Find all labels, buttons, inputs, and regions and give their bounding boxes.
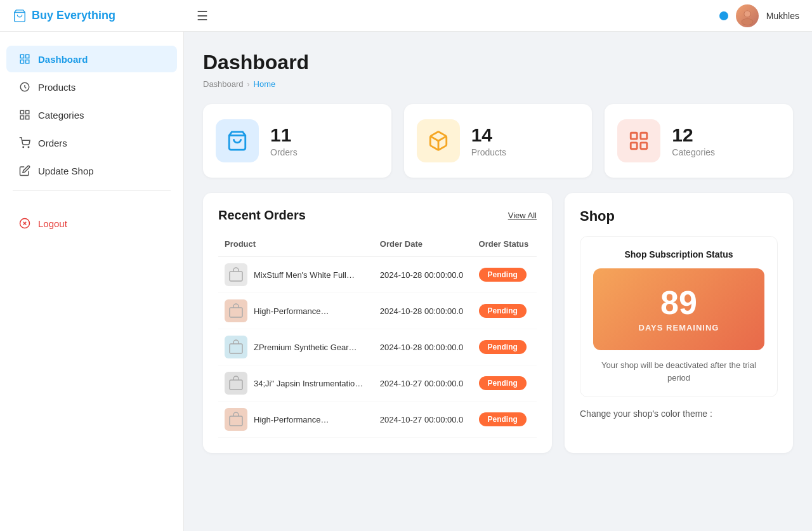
categories-count: 12 xyxy=(672,124,715,146)
col-date: Order Date xyxy=(374,234,473,257)
topnav: Buy Everything ☰ Mukhles xyxy=(0,0,812,32)
sidebar-label-orders: Orders xyxy=(38,138,67,148)
product-thumbnail xyxy=(225,263,247,286)
avatar[interactable] xyxy=(736,4,759,27)
product-cell: ZPremium Synthetic Gear… xyxy=(225,336,367,358)
sidebar-item-logout[interactable]: Logout xyxy=(6,210,177,237)
sidebar-label-update-shop: Update Shop xyxy=(38,166,94,176)
brand-name: Buy Everything xyxy=(32,9,115,22)
color-theme-label: Change your shop's color theme : xyxy=(580,409,778,419)
shop-panel: Shop Shop Subscription Status 89 DAYS RE… xyxy=(565,193,793,453)
product-cell: 34;Ji" Japsin Instrumentatio… xyxy=(225,372,367,395)
orders-label: Orders xyxy=(270,147,298,157)
col-product: Product xyxy=(218,234,374,257)
svg-rect-7 xyxy=(26,60,29,63)
table-row: High-Performance… 2024-10-28 00:00:00.0 … xyxy=(218,293,537,329)
cart-icon xyxy=(13,9,27,23)
subscription-status-label: Shop Subscription Status xyxy=(593,249,764,259)
view-all-link[interactable]: View All xyxy=(508,211,537,220)
days-number: 89 xyxy=(606,286,752,319)
svg-rect-22 xyxy=(631,143,638,149)
categories-icon xyxy=(19,109,30,121)
order-date: 2024-10-27 00:00:00.0 xyxy=(374,402,473,438)
svg-rect-10 xyxy=(26,110,29,114)
status-badge: Pending xyxy=(479,268,527,282)
logout-icon xyxy=(19,218,30,229)
product-thumbnail xyxy=(225,336,247,358)
sidebar-label-dashboard: Dashboard xyxy=(38,54,88,65)
orders-card-title: Recent Orders xyxy=(218,208,306,223)
order-date: 2024-10-28 00:00:00.0 xyxy=(374,257,473,293)
product-name: 34;Ji" Japsin Instrumentatio… xyxy=(254,379,363,388)
product-thumbnail xyxy=(225,408,247,431)
sidebar-label-logout: Logout xyxy=(38,218,67,229)
subscription-card: Shop Subscription Status 89 DAYS REMAINI… xyxy=(580,236,778,397)
days-label: DAYS REMAINING xyxy=(606,323,752,332)
layout: Dashboard Products Categories Orders Upd… xyxy=(0,32,812,531)
orders-stat-icon xyxy=(216,119,259,162)
sidebar-item-update-shop[interactable]: Update Shop xyxy=(6,157,177,184)
stat-card-orders: 11 Orders xyxy=(203,104,391,178)
svg-point-14 xyxy=(28,147,29,148)
orders-count: 11 xyxy=(270,124,298,146)
deactivate-note: Your shop will be deactivated after the … xyxy=(593,359,764,384)
product-name: ZPremium Synthetic Gear… xyxy=(254,343,357,352)
svg-rect-12 xyxy=(26,116,29,119)
main-content: Dashboard Dashboard › Home 11 Orders xyxy=(184,32,812,531)
svg-rect-23 xyxy=(641,143,647,149)
breadcrumb-root: Dashboard xyxy=(203,79,244,89)
product-name: High-Performance… xyxy=(254,415,329,424)
dashboard-icon xyxy=(19,53,30,65)
svg-rect-6 xyxy=(20,60,23,63)
product-name: High-Performance… xyxy=(254,306,329,316)
hamburger-button[interactable]: ☰ xyxy=(197,8,719,23)
page-title: Dashboard xyxy=(203,51,793,74)
bottom-section: Recent Orders View All Product Order Dat… xyxy=(203,193,793,453)
table-row: 34;Ji" Japsin Instrumentatio… 2024-10-27… xyxy=(218,365,537,402)
svg-rect-21 xyxy=(641,133,647,139)
svg-rect-25 xyxy=(230,308,242,317)
table-row: ZPremium Synthetic Gear… 2024-10-28 00:0… xyxy=(218,329,537,365)
stat-card-products: 14 Products xyxy=(404,104,593,178)
breadcrumb-separator: › xyxy=(247,80,250,89)
svg-rect-26 xyxy=(230,344,242,353)
days-remaining-box: 89 DAYS REMAINING xyxy=(593,268,764,350)
order-date: 2024-10-28 00:00:00.0 xyxy=(374,329,473,365)
col-status: Order Status xyxy=(473,234,537,257)
categories-stat-icon xyxy=(617,119,660,162)
svg-rect-4 xyxy=(20,55,23,58)
svg-point-2 xyxy=(744,11,750,16)
sidebar-item-dashboard[interactable]: Dashboard xyxy=(6,46,177,72)
order-status: Pending xyxy=(473,365,537,402)
svg-point-13 xyxy=(23,147,24,148)
status-indicator xyxy=(719,11,728,20)
breadcrumb: Dashboard › Home xyxy=(203,79,793,89)
sidebar-label-categories: Categories xyxy=(38,110,84,121)
stat-cards: 11 Orders 14 Products xyxy=(203,104,793,178)
orders-stat-info: 11 Orders xyxy=(270,124,298,157)
orders-table: Product Order Date Order Status MixSt xyxy=(218,234,537,438)
sidebar-item-categories[interactable]: Categories xyxy=(6,102,177,128)
order-date: 2024-10-28 00:00:00.0 xyxy=(374,293,473,329)
sidebar-item-orders[interactable]: Orders xyxy=(6,129,177,156)
product-cell: High-Performance… xyxy=(225,299,367,322)
products-stat-icon xyxy=(417,119,460,162)
svg-rect-20 xyxy=(631,133,638,139)
stat-card-categories: 12 Categories xyxy=(605,104,793,178)
status-badge: Pending xyxy=(479,340,527,354)
svg-rect-28 xyxy=(230,416,242,426)
sidebar: Dashboard Products Categories Orders Upd… xyxy=(0,32,184,531)
svg-rect-11 xyxy=(20,116,23,119)
order-date: 2024-10-27 00:00:00.0 xyxy=(374,365,473,402)
shop-title: Shop xyxy=(580,208,778,225)
categories-label: Categories xyxy=(672,147,715,157)
sidebar-item-products[interactable]: Products xyxy=(6,74,177,100)
svg-point-3 xyxy=(742,18,752,24)
status-badge: Pending xyxy=(479,376,527,390)
order-status: Pending xyxy=(473,402,537,438)
order-status: Pending xyxy=(473,257,537,293)
topnav-right: Mukhles xyxy=(719,4,799,27)
product-cell: High-Performance… xyxy=(225,408,367,431)
svg-rect-9 xyxy=(20,110,23,114)
categories-stat-info: 12 Categories xyxy=(672,124,715,157)
